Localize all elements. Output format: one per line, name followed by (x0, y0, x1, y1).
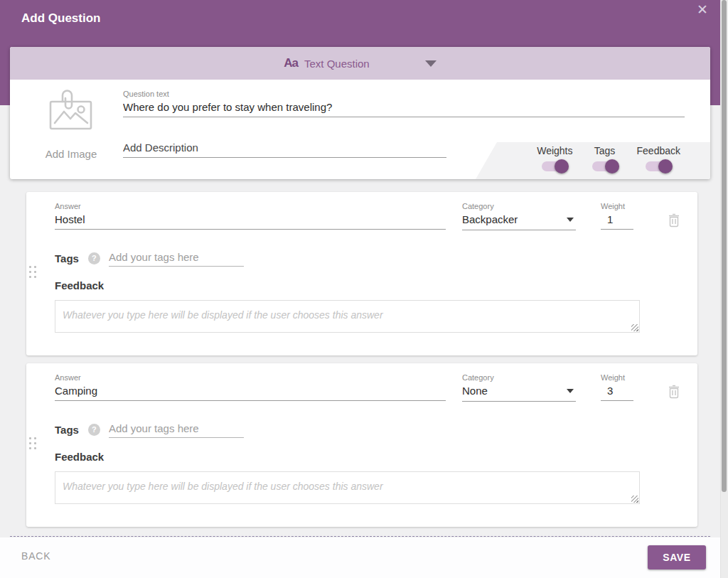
answer-label: Answer (55, 373, 446, 382)
question-card-body: Add Image Question text Weights Tags (10, 80, 710, 179)
add-question-dialog: Add Question ✕ Aa Text Question Add Imag… (0, 0, 728, 578)
tags-input[interactable] (109, 421, 244, 438)
back-button[interactable]: BACK (21, 550, 50, 562)
tags-section-label: Tags (55, 252, 79, 264)
drag-handle-icon[interactable] (29, 437, 39, 453)
feedback-textarea[interactable] (55, 471, 640, 504)
feedback-toggle-label: Feedback (637, 145, 680, 156)
tags-input[interactable] (109, 250, 244, 267)
dialog-footer: BACK SAVE (0, 537, 720, 578)
add-image-button[interactable]: Add Image (31, 90, 111, 160)
question-type-selector[interactable]: Aa Text Question (10, 47, 710, 80)
save-button[interactable]: SAVE (648, 545, 706, 569)
delete-answer-button[interactable] (668, 385, 680, 399)
dropdown-caret-icon (567, 389, 574, 393)
tags-section-label: Tags (55, 424, 79, 436)
description-input[interactable] (123, 139, 446, 158)
dashed-separator (10, 536, 710, 537)
question-type-label: Text Question (304, 58, 370, 70)
category-value: Backpacker (462, 213, 518, 225)
option-toggles-strip: Weights Tags Feedback (476, 142, 710, 179)
feedback-section-label: Feedback (55, 451, 104, 463)
answer-input[interactable] (55, 210, 446, 230)
add-image-label: Add Image (31, 148, 111, 160)
close-icon[interactable]: ✕ (694, 1, 711, 18)
text-question-icon: Aa (284, 56, 298, 70)
weight-input[interactable] (601, 382, 633, 401)
category-value: None (462, 385, 488, 397)
drag-handle-icon[interactable] (29, 266, 39, 282)
answer-row: Answer Category Backpacker Weight Tags ? (26, 192, 697, 355)
weights-toggle-label: Weights (537, 145, 572, 156)
toggle-knob (605, 159, 619, 173)
question-card: Aa Text Question Add Image Question text (10, 47, 710, 179)
toggle-knob (658, 159, 673, 173)
weight-input[interactable] (601, 210, 633, 230)
image-attachment-icon (31, 90, 111, 131)
chevron-down-icon (425, 60, 437, 67)
feedback-textarea[interactable] (55, 300, 640, 333)
weight-label: Weight (601, 202, 633, 210)
tags-toggle-label: Tags (594, 145, 616, 156)
weights-toggle[interactable] (542, 161, 566, 171)
scrollbar-thumb[interactable] (722, 0, 727, 492)
feedback-section-label: Feedback (55, 279, 104, 291)
category-label: Category (462, 373, 576, 382)
feedback-toggle[interactable] (646, 161, 670, 171)
category-label: Category (462, 202, 576, 210)
category-select[interactable]: None (462, 382, 576, 402)
dropdown-caret-icon (567, 218, 574, 222)
toggle-knob (555, 159, 569, 173)
scrollbar-track[interactable] (720, 0, 728, 578)
help-icon[interactable]: ? (88, 424, 100, 436)
question-text-input[interactable] (123, 98, 685, 117)
answer-label: Answer (55, 202, 446, 210)
answer-row: Answer Category None Weight Tags ? (26, 363, 697, 527)
weight-label: Weight (601, 373, 633, 382)
dialog-title: Add Question (21, 11, 100, 26)
help-icon[interactable]: ? (88, 252, 100, 264)
tags-toggle[interactable] (592, 161, 616, 171)
delete-answer-button[interactable] (668, 213, 680, 228)
question-text-label: Question text (123, 90, 685, 98)
category-select[interactable]: Backpacker (462, 210, 576, 230)
answer-input[interactable] (55, 382, 446, 401)
